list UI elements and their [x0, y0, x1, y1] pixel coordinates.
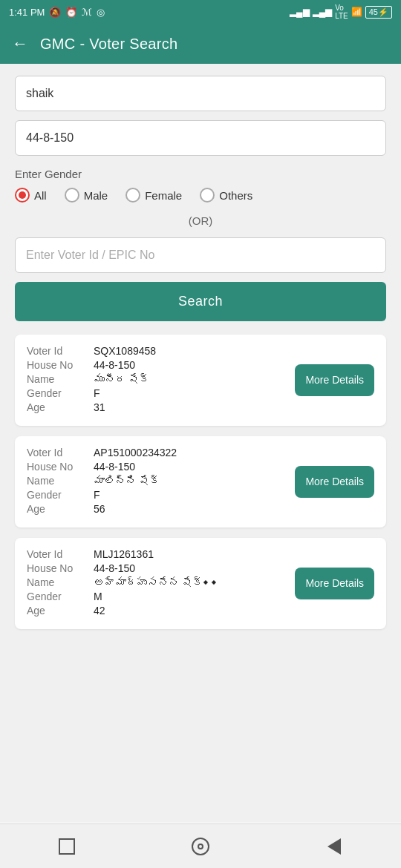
voter-id-val-3: MLJ1261361 [94, 548, 154, 560]
voter-id-val-1: SQX1089458 [94, 345, 156, 357]
radio-others-circle [200, 188, 215, 203]
main-content: Enter Gender All Male Female Others (OR)… [0, 64, 401, 822]
or-divider: (OR) [15, 214, 386, 227]
result-card-3: Voter Id MLJ1261361 House No 44-8-150 Na… [15, 538, 386, 629]
search-button[interactable]: Search [15, 282, 386, 321]
result-info-1: Voter Id SQX1089458 House No 44-8-150 Na… [27, 345, 286, 415]
gender-val-3: M [94, 591, 102, 602]
result-info-3: Voter Id MLJ1261361 House No 44-8-150 Na… [27, 548, 286, 619]
battery-icon: 45⚡ [365, 6, 392, 19]
age-key-1: Age [27, 401, 94, 413]
gender-male[interactable]: Male [65, 188, 108, 203]
radio-male-circle [65, 188, 79, 203]
more-details-button-2[interactable]: More Details [295, 466, 374, 497]
age-key-2: Age [27, 503, 94, 515]
gender-others-label: Others [219, 189, 252, 202]
name-key-1: Name [27, 373, 94, 385]
status-bar: 1:41 PM 🔕 ⏰ ℳ ◎ ▂▄▆ ▂▄▆ VoLTE 📶 45⚡ [0, 0, 401, 24]
name-input[interactable] [15, 76, 386, 111]
name-key-2: Name [27, 475, 94, 487]
voter-id-key-1: Voter Id [27, 345, 94, 357]
house-no-key-2: House No [27, 461, 94, 473]
wifi-icon: 📶 [351, 7, 362, 17]
alarm-icon: ⏰ [65, 7, 77, 18]
square-icon [59, 838, 75, 855]
nav-home-button[interactable] [190, 836, 211, 857]
mute-icon: 🔕 [49, 7, 61, 18]
circle-inner-icon [198, 844, 203, 849]
page-title: GMC - Voter Search [40, 36, 177, 53]
house-no-val-3: 44-8-150 [94, 562, 135, 574]
nav-square-button[interactable] [56, 836, 77, 857]
back-button[interactable]: ← [12, 34, 28, 53]
house-no-val-2: 44-8-150 [94, 461, 135, 473]
gender-options: All Male Female Others [15, 188, 386, 203]
gender-val-1: F [94, 387, 100, 399]
status-time: 1:41 PM [9, 7, 45, 18]
gender-label: Enter Gender [15, 168, 386, 180]
age-key-3: Age [27, 605, 94, 617]
age-val-3: 42 [94, 605, 105, 617]
voter-id-input[interactable] [15, 237, 386, 273]
house-no-key-1: House No [27, 359, 94, 371]
gender-val-2: F [94, 489, 100, 501]
radio-female-circle [125, 188, 140, 203]
results-list: Voter Id SQX1089458 House No 44-8-150 Na… [15, 335, 386, 629]
result-card-1: Voter Id SQX1089458 House No 44-8-150 Na… [15, 335, 386, 426]
more-details-button-3[interactable]: More Details [295, 568, 374, 599]
house-no-key-3: House No [27, 562, 94, 574]
gender-all[interactable]: All [15, 188, 47, 203]
gender-key-1: Gender [27, 387, 94, 399]
name-val-2: మాలిన్ని షేక్ [94, 475, 160, 487]
voter-id-val-2: AP151000234322 [94, 447, 177, 458]
more-details-button-1[interactable]: More Details [295, 364, 374, 395]
gender-key-3: Gender [27, 591, 94, 602]
nav-back-button[interactable] [324, 836, 345, 857]
house-no-input[interactable] [15, 120, 386, 156]
radio-all-circle [15, 188, 30, 203]
house-no-val-1: 44-8-150 [94, 359, 135, 371]
voter-id-key-3: Voter Id [27, 548, 94, 560]
circle-icon [192, 838, 209, 855]
name-val-1: మునీర షేక్ [94, 373, 149, 385]
name-key-3: Name [27, 576, 94, 588]
gender-all-label: All [34, 189, 47, 202]
app-header: ← GMC - Voter Search [0, 24, 401, 64]
gender-female-label: Female [145, 189, 182, 202]
gender-key-2: Gender [27, 489, 94, 501]
record-icon: ◎ [97, 7, 105, 18]
age-val-2: 56 [94, 503, 105, 515]
volte-icon: VoLTE [335, 4, 348, 20]
gender-male-label: Male [84, 189, 108, 202]
voter-id-key-2: Voter Id [27, 447, 94, 458]
m-icon: ℳ [82, 7, 92, 18]
signal2-icon: ▂▄▆ [313, 7, 333, 17]
gender-others[interactable]: Others [200, 188, 252, 203]
gender-female[interactable]: Female [125, 188, 182, 203]
name-val-3: అహ్మాద్హుసనేన షేక్◆ ◆ [94, 576, 216, 588]
triangle-icon [327, 838, 341, 855]
radio-all-dot [19, 191, 26, 199]
signal-icon: ▂▄▆ [290, 7, 310, 17]
result-card-2: Voter Id AP151000234322 House No 44-8-15… [15, 436, 386, 527]
result-info-2: Voter Id AP151000234322 House No 44-8-15… [27, 447, 286, 517]
bottom-nav [0, 823, 401, 868]
age-val-1: 31 [94, 401, 105, 413]
